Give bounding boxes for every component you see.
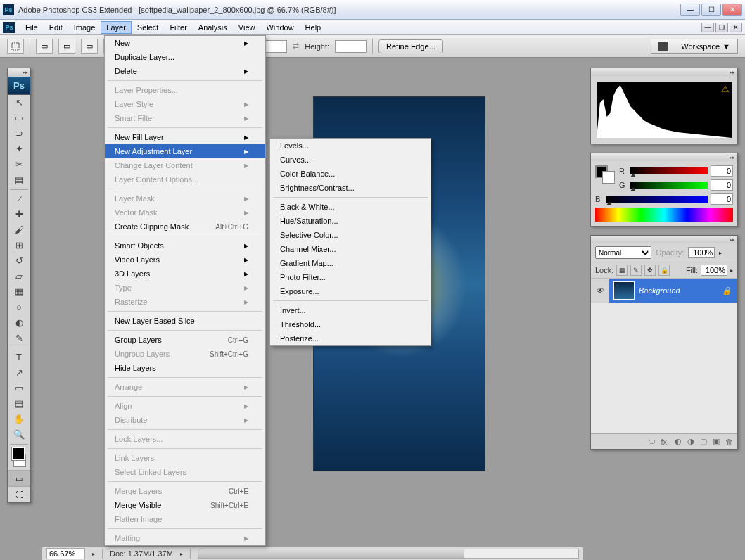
lock-transparency-icon[interactable]: ▦ <box>616 265 628 276</box>
fx-icon[interactable]: fx. <box>661 438 669 446</box>
menuitem-3d-layers[interactable]: 3D Layers▶ <box>105 267 265 281</box>
blend-mode-select[interactable]: Normal <box>595 246 651 259</box>
zoom-input[interactable] <box>46 548 85 559</box>
menuitem-new-fill-layer[interactable]: New Fill Layer▶ <box>105 130 265 144</box>
menuitem-brightness-contrast[interactable]: Brightness/Contrast... <box>270 181 431 195</box>
menuitem-channel-mixer[interactable]: Channel Mixer... <box>270 242 431 256</box>
maximize-button[interactable]: ☐ <box>701 4 721 16</box>
menuitem-merge-visible[interactable]: Merge VisibleShift+Ctrl+E <box>105 498 265 512</box>
refine-edge-button[interactable]: Refine Edge... <box>378 39 443 53</box>
menu-edit[interactable]: Edit <box>44 21 68 34</box>
doc-minimize-button[interactable]: — <box>701 23 714 32</box>
height-input[interactable] <box>335 40 367 53</box>
panel-collapse-button[interactable]: ▸▸ <box>591 153 737 161</box>
wand-tool[interactable]: ✦ <box>8 141 30 157</box>
workspace-button[interactable]: Workspace ▼ <box>651 39 738 54</box>
doc-close-button[interactable]: ✕ <box>730 23 742 32</box>
menuitem-new-adjustment-layer[interactable]: New Adjustment Layer▶ <box>105 144 265 158</box>
color-swatches[interactable] <box>11 447 27 467</box>
menuitem-video-layers[interactable]: Video Layers▶ <box>105 253 265 267</box>
menu-filter[interactable]: Filter <box>164 21 192 34</box>
minimize-button[interactable]: — <box>680 4 700 16</box>
channel-G-input[interactable] <box>711 179 733 191</box>
doc-info-arrow-icon[interactable]: ▸ <box>180 551 183 557</box>
menuitem-selective-color[interactable]: Selective Color... <box>270 228 431 242</box>
screen-mode-icon[interactable]: ⛶ <box>8 487 30 502</box>
zoom-arrow-icon[interactable]: ▸ <box>92 551 95 557</box>
ps-menu-icon[interactable]: Ps <box>3 22 15 33</box>
color-spectrum[interactable] <box>595 208 733 222</box>
swap-icon[interactable]: ⇄ <box>293 42 299 51</box>
brush-tool[interactable]: 🖌 <box>8 222 30 238</box>
menu-image[interactable]: Image <box>68 21 101 34</box>
selection-sub-icon[interactable]: ▭ <box>81 39 98 54</box>
current-tool-icon[interactable] <box>7 39 24 54</box>
hand-tool[interactable]: ✋ <box>8 412 30 427</box>
eraser-tool[interactable]: ▱ <box>8 269 30 284</box>
menuitem-new[interactable]: New▶ <box>105 36 265 50</box>
new-layer-icon[interactable]: ▣ <box>713 437 720 446</box>
fill-flyout-icon[interactable]: ▸ <box>730 267 733 274</box>
visibility-icon[interactable]: 👁 <box>591 279 609 303</box>
shape-tool[interactable]: ▭ <box>8 381 30 396</box>
warning-icon[interactable]: ⚠ <box>721 84 730 94</box>
menuitem-create-clipping-mask[interactable]: Create Clipping MaskAlt+Ctrl+G <box>105 219 265 234</box>
menuitem-photo-filter[interactable]: Photo Filter... <box>270 270 431 284</box>
zoom-tool[interactable]: 🔍 <box>8 427 30 443</box>
horizontal-scrollbar[interactable] <box>198 549 579 559</box>
channel-R-slider[interactable] <box>630 167 708 174</box>
channel-G-slider[interactable] <box>630 182 708 189</box>
lock-position-icon[interactable]: ✥ <box>644 265 656 276</box>
menuitem-levels[interactable]: Levels... <box>270 139 431 153</box>
channel-B-slider[interactable] <box>606 196 708 203</box>
panel-collapse-button[interactable]: ▸▸ <box>591 68 737 76</box>
menuitem-curves[interactable]: Curves... <box>270 153 431 167</box>
standard-mode-icon[interactable]: ▭ <box>8 471 30 486</box>
foreground-color[interactable] <box>12 447 25 460</box>
menu-window[interactable]: Window <box>260 21 299 34</box>
layer-thumbnail[interactable] <box>613 281 635 300</box>
menuitem-black-white[interactable]: Black & White... <box>270 200 431 214</box>
panel-collapse-button[interactable]: ▸▸ <box>591 236 737 243</box>
menu-view[interactable]: View <box>233 21 261 34</box>
menuitem-smart-objects[interactable]: Smart Objects▶ <box>105 238 265 253</box>
mask-icon[interactable]: ◐ <box>675 437 682 446</box>
menuitem-group-layers[interactable]: Group LayersCtrl+G <box>105 333 265 347</box>
toolbox-header[interactable]: ▸▸ <box>8 68 30 77</box>
fill-input[interactable] <box>701 265 727 276</box>
doc-restore-button[interactable]: ❐ <box>715 23 728 32</box>
history-tool[interactable]: ↺ <box>8 253 30 269</box>
type-tool[interactable]: T <box>8 350 30 365</box>
stamp-tool[interactable]: ⊞ <box>8 238 30 253</box>
dodge-tool[interactable]: ◐ <box>8 315 30 331</box>
lasso-tool[interactable]: ⊃ <box>8 126 30 141</box>
gradient-tool[interactable]: ▦ <box>8 284 30 300</box>
crop-tool[interactable]: ✂ <box>8 157 30 172</box>
menuitem-color-balance[interactable]: Color Balance... <box>270 167 431 181</box>
menuitem-hide-layers[interactable]: Hide Layers <box>105 361 265 375</box>
marquee-tool[interactable]: ▭ <box>8 110 30 126</box>
channel-B-input[interactable] <box>711 193 733 205</box>
blur-tool[interactable]: ○ <box>8 300 30 315</box>
path-tool[interactable]: ↗ <box>8 365 30 381</box>
menu-layer[interactable]: Layer <box>101 21 132 34</box>
lock-all-icon[interactable]: 🔒 <box>658 265 670 276</box>
trash-icon[interactable]: 🗑 <box>725 438 733 446</box>
menu-analysis[interactable]: Analysis <box>193 21 233 34</box>
slice-tool[interactable]: ▤ <box>8 172 30 188</box>
lock-pixels-icon[interactable]: ✎ <box>630 265 642 276</box>
link-layers-icon[interactable]: ⬭ <box>649 437 655 446</box>
menuitem-threshold[interactable]: Threshold... <box>270 317 431 331</box>
adjustment-icon[interactable]: ◑ <box>687 437 694 446</box>
menuitem-exposure[interactable]: Exposure... <box>270 284 431 298</box>
selection-new-icon[interactable]: ▭ <box>36 39 53 54</box>
notes-tool[interactable]: ▤ <box>8 396 30 412</box>
menuitem-hue-saturation[interactable]: Hue/Saturation... <box>270 214 431 228</box>
opacity-input[interactable] <box>688 247 715 258</box>
move-tool[interactable]: ↖ <box>8 95 30 110</box>
selection-add-icon[interactable]: ▭ <box>58 39 75 54</box>
layer-name[interactable]: Background <box>639 286 680 295</box>
color-bg-swatch[interactable] <box>602 171 615 184</box>
menuitem-invert[interactable]: Invert... <box>270 303 431 317</box>
channel-R-input[interactable] <box>711 165 733 177</box>
